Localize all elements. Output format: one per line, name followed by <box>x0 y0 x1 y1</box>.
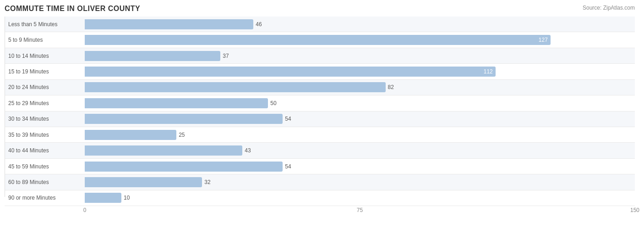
bar-row: 90 or more Minutes10 <box>5 190 635 206</box>
bar-fill <box>85 19 253 29</box>
bar-row: Less than 5 Minutes46 <box>5 17 635 32</box>
bar-value: 54 <box>285 163 291 170</box>
bar-label: 15 to 19 Minutes <box>5 67 85 77</box>
bar-label: 90 or more Minutes <box>5 193 85 203</box>
bar-label: 60 to 89 Minutes <box>5 177 85 187</box>
bar-fill <box>85 162 283 172</box>
source-label: Source: ZipAtlas.com <box>583 5 635 11</box>
bar-label: 20 to 24 Minutes <box>5 82 85 92</box>
bar-value: 37 <box>223 53 229 59</box>
x-axis: 0 75 150 <box>85 207 635 216</box>
bar-row: 40 to 44 Minutes43 <box>5 143 635 158</box>
bar-row: 30 to 34 Minutes54 <box>5 112 635 127</box>
bar-value: 112 <box>484 68 493 75</box>
x-label-0: 0 <box>83 207 87 213</box>
x-label-150: 150 <box>630 207 639 213</box>
bar-row: 45 to 59 Minutes54 <box>5 159 635 174</box>
bar-row: 35 to 39 Minutes25 <box>5 127 635 143</box>
bar-row: 20 to 24 Minutes82 <box>5 80 635 95</box>
bar-fill: 127 <box>85 35 551 45</box>
bar-track: 82 <box>85 82 635 92</box>
bar-label: 35 to 39 Minutes <box>5 130 85 140</box>
bar-label: 5 to 9 Minutes <box>5 35 85 45</box>
bar-track: 32 <box>85 177 635 187</box>
bar-fill <box>85 145 242 156</box>
bar-value: 82 <box>388 84 394 90</box>
bar-fill <box>85 114 283 124</box>
bar-row: 10 to 14 Minutes37 <box>5 48 635 64</box>
bar-label: 30 to 34 Minutes <box>5 114 85 124</box>
bar-track: 43 <box>85 145 635 156</box>
bar-value: 46 <box>256 21 262 28</box>
x-label-75: 75 <box>357 207 363 213</box>
bar-row: 60 to 89 Minutes32 <box>5 174 635 190</box>
bar-value: 10 <box>124 195 130 201</box>
bar-track: 25 <box>85 130 635 140</box>
bar-value: 43 <box>245 147 251 154</box>
bar-fill <box>85 177 202 187</box>
bar-track: 46 <box>85 19 635 29</box>
bar-fill <box>85 130 176 140</box>
chart-area: Less than 5 Minutes465 to 9 Minutes12710… <box>5 17 635 206</box>
bar-track: 54 <box>85 114 635 124</box>
bar-value: 32 <box>204 179 210 185</box>
bar-value: 127 <box>539 37 548 43</box>
bar-label: Less than 5 Minutes <box>5 19 85 29</box>
bar-fill: 112 <box>85 67 496 77</box>
bar-row: 5 to 9 Minutes127 <box>5 32 635 48</box>
bar-label: 45 to 59 Minutes <box>5 162 85 172</box>
bar-label: 25 to 29 Minutes <box>5 98 85 108</box>
chart-container: COMMUTE TIME IN OLIVER COUNTY Source: Zi… <box>0 0 644 240</box>
chart-title: COMMUTE TIME IN OLIVER COUNTY <box>5 5 635 13</box>
bar-value: 54 <box>285 116 291 122</box>
bar-row: 15 to 19 Minutes112 <box>5 64 635 79</box>
bar-fill <box>85 98 268 108</box>
bar-track: 112 <box>85 67 635 77</box>
bar-track: 50 <box>85 98 635 108</box>
bar-fill <box>85 82 386 92</box>
bar-track: 127 <box>85 35 635 45</box>
bar-track: 10 <box>85 193 635 203</box>
bar-track: 54 <box>85 162 635 172</box>
bar-fill <box>85 193 121 203</box>
bar-label: 40 to 44 Minutes <box>5 145 85 156</box>
bar-track: 37 <box>85 51 635 61</box>
bar-label: 10 to 14 Minutes <box>5 51 85 61</box>
bar-value: 50 <box>270 100 276 106</box>
bar-value: 25 <box>179 132 185 138</box>
bar-fill <box>85 51 220 61</box>
bar-row: 25 to 29 Minutes50 <box>5 95 635 111</box>
